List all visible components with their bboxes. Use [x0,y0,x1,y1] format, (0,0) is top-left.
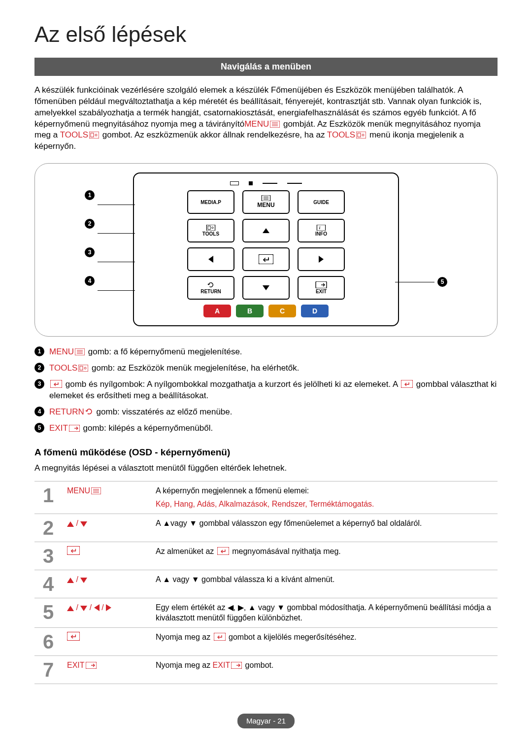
tools-icon [205,225,217,231]
enter-icon [50,380,62,388]
svg-marker-19 [67,606,74,611]
step-key: / / / [62,598,151,627]
step-number: 4 [34,570,62,598]
step-key-label: MENU [67,486,90,495]
step-desc: A ▲ vagy ▼ gombbal válassza ki a kívánt … [151,570,498,598]
legend-text: gomb és nyílgombok: A nyílgombokkal mozg… [63,379,400,389]
return-button: RETURN [187,276,234,300]
step-desc-line: A képernyőn megjelennek a főmenü elemei: [156,485,493,496]
exit-icon [231,662,242,669]
svg-marker-16 [80,521,87,527]
step-desc: A képernyőn megjelennek a főmenü elemei:… [151,481,498,514]
left-arrow-button [187,247,234,271]
intro-text: gombot. Az eszközmenük akkor állnak rend… [100,130,327,139]
svg-marker-12 [208,256,213,263]
svg-marker-20 [80,606,87,611]
step-key: / [62,514,151,542]
enter-icon [401,380,413,388]
svg-marker-21 [94,604,100,611]
legend-return-word: RETURN [49,407,84,416]
tools-icon [89,132,99,138]
exit-button: EXIT [298,276,345,300]
enter-icon [67,546,80,555]
down-arrow-button [242,276,290,300]
enter-icon [67,632,80,641]
triangle-right-icon [318,255,324,263]
color-b-button: B [236,305,264,317]
diagram-marker-1: 1 [85,190,95,200]
triangle-up-icon [67,521,74,527]
svg-marker-13 [319,256,324,263]
exit-label: EXIT [316,288,327,295]
svg-marker-11 [263,228,269,233]
menu-word: MENU [244,119,269,129]
step-number: 7 [34,655,62,684]
enter-icon [217,547,229,555]
triangle-down-icon [80,578,87,583]
diagram-marker-2: 2 [85,219,95,229]
enter-icon [259,254,273,264]
legend-text: gomb: az Eszközök menük megjelenítése, h… [89,363,299,373]
step-desc: Egy elem értékét az ◀, ▶, ▲ vagy ▼ gombb… [151,598,498,627]
svg-marker-22 [106,604,111,611]
legend-list: 1 MENU gomb: a fő képernyőmenü megjelení… [34,346,498,434]
tools-word: TOOLS [60,130,88,139]
footer-lang: Magyar [246,717,271,725]
mediap-label: MEDIA.P [200,199,221,206]
diagram-left-numbers: 1 2 3 4 [85,190,135,305]
step-key [62,542,151,570]
color-a-button: A [203,305,231,317]
svg-marker-18 [80,578,87,583]
page-footer: Magyar - 21 [34,714,498,728]
legend-marker-3: 3 [34,379,44,389]
menu-icon [75,348,85,355]
step-desc: A ▲vagy ▼ gombbal válasszon egy főmenüel… [151,514,498,542]
steps-table: 1 MENU A képernyőn megjelennek a főmenü … [34,481,498,684]
up-arrow-button [242,219,290,242]
tools-label: TOOLS [202,231,219,238]
triangle-left-icon [94,604,100,611]
menu-icon [270,121,280,128]
exit-icon [69,425,80,432]
triangle-up-icon [67,578,74,583]
right-arrow-button [298,247,345,271]
legend-marker-5: 5 [34,423,44,433]
triangle-up-icon [262,228,270,234]
remote-diagram: 1 2 3 4 5 MEDIA.P MENU GUIDE TOOLS INFO [34,163,498,337]
section-header: Navigálás a menüben [34,58,498,75]
triangle-down-icon [262,285,270,291]
triangle-up-icon [67,606,74,611]
svg-marker-17 [67,578,74,583]
step-key-label: EXIT [67,661,85,669]
triangle-left-icon [208,255,214,263]
guide-button: GUIDE [298,190,345,214]
step-key [62,627,151,655]
exit-icon [86,662,97,669]
triangle-down-icon [80,606,87,611]
page-title: Az első lépések [34,20,498,49]
step-number: 6 [34,627,62,655]
step-desc: Nyomja meg az gombot a kijelölés megerős… [151,627,498,655]
legend-text: gomb: a fő képernyőmenü megjelenítése. [86,347,242,356]
return-icon [206,281,216,288]
sub-heading: A főmenü működése (OSD - képernyőmenü) [34,446,498,459]
diagram-right-number: 5 [395,277,447,287]
note-text: A megnyitás lépései a választott menütől… [34,463,498,474]
legend-menu-word: MENU [49,347,74,356]
enter-icon [214,633,226,641]
legend-tools-word: TOOLS [49,363,77,373]
legend-exit-word: EXIT [49,423,68,433]
triangle-right-icon [106,604,111,611]
legend-text: gomb: kilépés a képernyőmenüből. [81,423,213,433]
diagram-marker-4: 4 [85,276,95,286]
legend-marker-1: 1 [34,346,44,356]
tools-icon [356,132,366,138]
remote-top-decor [140,181,392,185]
return-icon [85,408,93,415]
step-key: / [62,570,151,598]
legend-text: gomb: visszatérés az előző menübe. [94,407,233,416]
step-key: MENU [62,481,151,514]
step-categories: Kép, Hang, Adás, Alkalmazások, Rendszer,… [156,499,493,510]
mediap-button: MEDIA.P [187,190,234,214]
diagram-marker-5: 5 [437,277,447,287]
